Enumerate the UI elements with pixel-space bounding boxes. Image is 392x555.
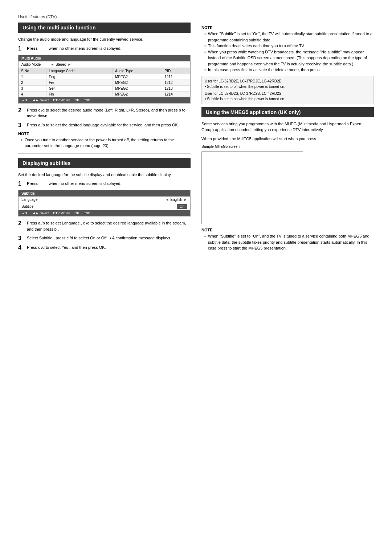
subtitle-bottom-bar: ▲▼ ◄► Select DTV MENU OK END [19,210,190,216]
sub-bar-end: END [83,211,90,215]
subtitle-ui-box: Subtitle Language ◄ English ► Subtitle O… [18,190,191,216]
table-cell: 1212 [162,80,190,85]
subtitles-title: Displaying subtitles [18,158,191,168]
bar-select: ◄► Select [32,98,49,102]
audio-bottom-bar: ▲▼ ◄► Select DTV MENU OK END [19,97,190,103]
left-column: Using the multi audio function Change th… [18,23,191,254]
table-cell: 1 [19,74,46,80]
step1-number: 1 [18,45,24,52]
bar-nav: ▲▼ [21,98,28,102]
mheg-intro: Some services bring you programmes with … [201,121,374,133]
right-note-3: When you press while watching DTV broadc… [204,49,374,67]
subtitle-step4: 4 Press c /d to select Yes , and then pr… [18,244,191,251]
sub-step3-num: 3 [18,235,24,242]
sub-step1-num: 1 [18,181,24,187]
col-audiotype: Audio Type [113,68,162,74]
language-label: Language [21,198,165,202]
multi-audio-ui-box: Multi Audio Audio Mode ◄ Stereo ► S.No L… [18,55,191,104]
sample-label: Sample MHEG5 screen [201,145,374,149]
sub-bar-select: ◄► Select [32,211,49,215]
table-cell: Fin [46,91,113,97]
right-note2-list: When "Subtitle" is set to "On", and the … [201,233,374,251]
subtitle-val: On [177,204,187,209]
subtitles-intro: Set the desired language for the subtitl… [18,172,191,178]
step1-text: when no other menu screen is displayed. [49,46,122,50]
table-cell: 1213 [162,85,190,91]
audio-mode-val: Stereo [56,62,66,66]
sub-step4-num: 4 [18,244,24,251]
subtitle-step2: 2 Press a /b to select Language , c /d t… [18,220,191,232]
sub-step2-content: Press a /b to select Language , c /d to … [27,220,191,232]
multi-audio-intro: Change the audio mode and language for t… [18,36,191,42]
table-row: 1EngMPEG21211 [19,74,190,80]
subtitle-ui-title: Subtitle [19,190,190,197]
table-row: 3GerMPEG21213 [19,85,190,91]
table-cell: 4 [19,91,46,97]
mheg-title: Using the MHEG5 application (UK only) [201,107,374,117]
bar-end: END [83,98,90,102]
info-line-3: User for LC-32RD2S, LC-37RD2S, LC-42RD2S… [205,91,371,96]
mheg-screen [201,151,303,224]
subtitle-label: Subtitle [21,204,177,208]
sub-step1-content: Press when no other menu screen is displ… [27,181,122,187]
sub-step2-num: 2 [18,220,24,232]
step2-number: 2 [18,107,24,119]
col-pid: PID [162,68,190,74]
multi-audio-step3: 3 Press a /b to select the desired langu… [18,122,191,129]
table-cell: Ger [46,85,113,91]
multi-audio-title: Using the multi audio function [18,23,191,33]
subtitle-language-row: Language ◄ English ► [19,197,190,203]
bar-ok: OK [74,98,79,102]
right-note: NOTE When "Subtitle" is set to "On", the… [201,25,374,73]
bar-dtv: DTV MENU [53,98,70,102]
sub-step3-content: Select Subtitle , press c /d to select O… [27,235,171,242]
multi-audio-step2: 2 Press c /d to select the desired audio… [18,107,191,119]
right-note-list: When "Subtitle" is set to "On", the TV w… [201,31,374,73]
page-header: Useful features (DTV) [18,15,374,19]
audio-mode-value: ◄ Stereo ► [50,62,71,66]
table-row: 2FreMPEG21212 [19,80,190,85]
subtitle-step1: 1 Press when no other menu screen is dis… [18,181,191,187]
subtitle-step3: 3 Select Subtitle , press c /d to select… [18,235,191,242]
sub-bar-ok: OK [74,211,79,215]
audio-mode-row: Audio Mode ◄ Stereo ► [19,61,190,68]
table-cell: 2 [19,80,46,85]
col-langcode: Language Code [46,68,113,74]
audio-table: S.No Language Code Audio Type PID 1EngMP… [19,68,190,97]
table-cell: Eng [46,74,113,80]
right-note-2: This function deactivates each time you … [204,43,374,49]
sub-step1-text: when no other menu screen is displayed. [49,181,122,186]
lang-arrow-left: ◄ [165,198,169,202]
step1-content: Press when no other menu screen is displ… [27,45,122,52]
right-note2-title: NOTE [201,228,374,232]
note-title: NOTE [18,131,191,136]
table-cell: 1214 [162,91,190,97]
info-line-4: • Subtitle is set to on when the power i… [205,96,371,102]
subtitle-value: On [177,204,187,209]
sub-step4-content: Press c /d to select Yes , and then pres… [27,244,106,251]
step3-number: 3 [18,122,24,129]
note-item-1: Once you tune to another service or the … [21,137,191,149]
multi-audio-ui-title: Multi Audio [19,55,190,61]
right-note-4: In this case, press first to activate th… [204,67,374,73]
table-cell: MPEG2 [113,80,162,85]
language-val: English [170,198,182,202]
multi-audio-note: NOTE Once you tune to another service or… [18,131,191,149]
table-cell: MPEG2 [113,85,162,91]
step2-content: Press c /d to select the desired audio m… [27,107,191,119]
sub-bar-nav: ▲▼ [21,211,28,215]
sub-bar-dtv: DTV MENU [53,211,70,215]
right-note-title: NOTE [201,25,374,30]
info-line-1: User for LC-32RD2E, LC-37RD2E, LC-42RD2E… [205,78,371,84]
info-line-2: • Subtitle is set to off when the power … [205,84,371,89]
sub-step1-press: Press [27,181,38,186]
right-note2: NOTE When "Subtitle" is set to "On", and… [201,228,374,251]
table-cell: Fre [46,80,113,85]
table-cell: 1211 [162,74,190,80]
mheg-press: When provided, the MHEG5 application wil… [201,136,374,142]
table-cell: MPEG2 [113,74,162,80]
language-value: ◄ English ► [165,198,187,202]
right-note-1: When "Subtitle" is set to "On", the TV w… [204,31,374,43]
step1-press: Press [27,46,38,50]
arrow-right-icon: ► [68,62,71,66]
